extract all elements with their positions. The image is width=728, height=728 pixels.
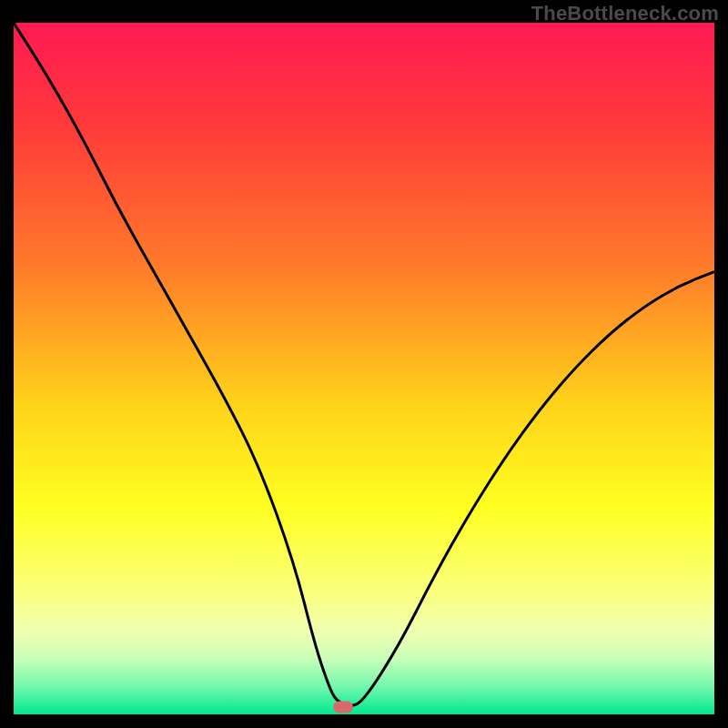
minimum-marker bbox=[333, 702, 353, 713]
plot-area bbox=[14, 23, 714, 714]
chart-frame: TheBottleneck.com bbox=[0, 0, 728, 728]
watermark-text: TheBottleneck.com bbox=[531, 2, 719, 25]
plot-svg bbox=[14, 23, 714, 714]
gradient-rect bbox=[14, 23, 714, 714]
